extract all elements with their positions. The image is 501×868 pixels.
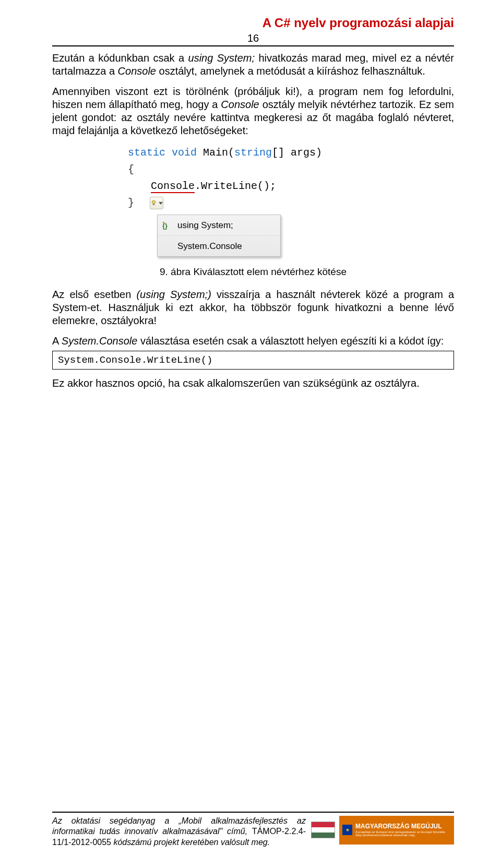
banner-subtitle: A projektek az Európai Unió támogatásáva… xyxy=(355,830,451,837)
paragraph-1: Ezután a kódunkban csak a using System; … xyxy=(52,52,454,78)
para1-c: osztályt, amelynek a metódusát a kiírásh… xyxy=(156,65,425,77)
para1-a: Ezután a kódunkban csak a xyxy=(52,52,188,64)
code-screenshot: static void Main(string[] args) { Consol… xyxy=(128,145,378,257)
footer-text: Az oktatási segédanyag a „Mobil alkalmaz… xyxy=(52,816,306,848)
svg-point-0 xyxy=(152,200,156,204)
quick-action-popup: {}+ using System; System.Console xyxy=(157,215,281,257)
para1-em1: using System; xyxy=(188,52,255,64)
code-line-2: { xyxy=(128,161,378,178)
blank-icon xyxy=(162,241,172,252)
keyword-string: string xyxy=(234,147,272,159)
paragraph-5: Ez akkor hasznos opció, ha csak alkaloms… xyxy=(52,377,454,390)
footer-badges: ★ MAGYARORSZÁG MEGÚJUL A projektek az Eu… xyxy=(311,816,454,845)
smart-tag-button[interactable] xyxy=(150,197,163,209)
para4-em: System.Console xyxy=(62,335,138,347)
figure-caption: 9. ábra Kiválasztott elem névtérhez köté… xyxy=(52,266,454,278)
header-rule xyxy=(52,45,454,46)
page-number: 16 xyxy=(52,32,454,44)
para3-em: (using System;) xyxy=(136,289,211,300)
footer-a: Az oktatási segédanyag a xyxy=(52,816,179,825)
close-brace: } xyxy=(128,195,134,211)
keyword-static: static xyxy=(128,147,165,159)
code-line-1: static void Main(string[] args) xyxy=(128,145,378,161)
svg-text:+: + xyxy=(162,221,165,225)
paragraph-2: Amennyiben viszont ezt is törölnénk (pró… xyxy=(52,85,454,137)
page-footer: Az oktatási segédanyag a „Mobil alkalmaz… xyxy=(52,812,454,848)
method-rest: [] args) xyxy=(272,147,322,159)
keyword-void: void xyxy=(172,147,197,159)
banner-title: MAGYARORSZÁG MEGÚJUL xyxy=(355,823,451,829)
para3-a: Az első esetben xyxy=(52,289,136,300)
popup-label-1: using System; xyxy=(177,218,233,232)
eu-flag-icon: ★ xyxy=(342,825,352,835)
para2-em1: Console xyxy=(221,99,259,110)
para4-a: A xyxy=(52,335,62,347)
popup-item-system-console[interactable]: System.Console xyxy=(158,235,280,256)
para1-em2: Console xyxy=(118,65,156,77)
footer-c: kódszámú projekt keretében valósult meg. xyxy=(111,838,270,847)
code-box: System.Console.WriteLine() xyxy=(52,351,454,370)
code-line-3: Console.WriteLine(); xyxy=(151,178,378,195)
method-name: Main( xyxy=(203,147,234,159)
error-underline: Console xyxy=(151,180,195,193)
namespace-add-icon: {}+ xyxy=(162,220,172,231)
chevron-down-icon xyxy=(159,202,163,205)
paragraph-4: A System.Console választása esetén csak … xyxy=(52,335,454,348)
code-line-4: } xyxy=(128,195,378,211)
paragraph-3: Az első esetben (using System;) visszaír… xyxy=(52,288,454,327)
hungary-flag-icon xyxy=(311,822,335,838)
document-page: A C# nyelv programozási alapjai 16 Ezutá… xyxy=(0,0,501,868)
call-text: .WriteLine(); xyxy=(195,180,276,192)
popup-label-2: System.Console xyxy=(177,239,242,253)
para4-b: választása esetén csak a választott hely… xyxy=(137,335,444,347)
footer-rule xyxy=(52,812,454,813)
popup-item-using-system[interactable]: {}+ using System; xyxy=(158,215,280,235)
eu-banner: ★ MAGYARORSZÁG MEGÚJUL A projektek az Eu… xyxy=(339,816,454,845)
svg-rect-1 xyxy=(153,204,154,205)
document-title: A C# nyelv programozási alapjai xyxy=(52,16,454,30)
footer-b: című, xyxy=(222,827,252,836)
lightbulb-icon xyxy=(150,199,157,207)
